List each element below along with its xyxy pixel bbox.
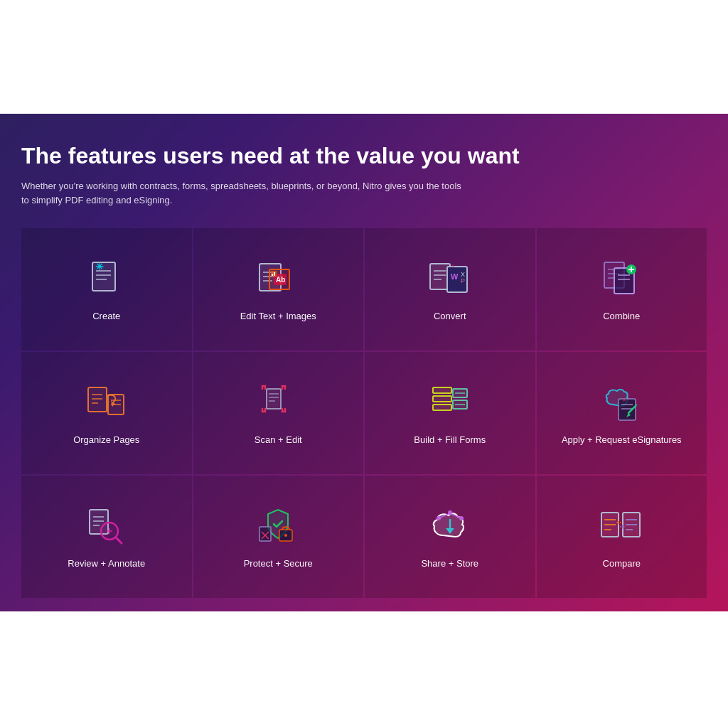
share-store-icon bbox=[427, 504, 473, 550]
cell-esignatures[interactable]: ✕ Apply + Request eSignatures bbox=[537, 352, 707, 474]
share-store-label: Share + Store bbox=[421, 558, 478, 570]
svg-point-75 bbox=[437, 516, 441, 520]
protect-secure-icon bbox=[255, 504, 301, 550]
cell-edit-text-images[interactable]: Ab Edit Text + Images bbox=[193, 228, 364, 350]
edit-text-images-label: Edit Text + Images bbox=[240, 311, 316, 323]
features-grid: ✳ Create Ab bbox=[21, 228, 707, 598]
organize-pages-label: Organize Pages bbox=[73, 434, 139, 446]
compare-label: Compare bbox=[603, 558, 641, 570]
protect-secure-label: Protect + Secure bbox=[244, 558, 313, 570]
esignatures-icon: ✕ bbox=[599, 380, 644, 426]
svg-rect-46 bbox=[433, 387, 451, 393]
organize-pages-icon bbox=[84, 380, 129, 426]
scan-edit-icon bbox=[255, 380, 301, 426]
cell-scan-edit[interactable]: Scan + Edit bbox=[193, 352, 364, 474]
cell-build-forms[interactable]: Build + Fill Forms bbox=[365, 352, 535, 474]
cell-protect-secure[interactable]: Protect + Secure bbox=[193, 476, 364, 598]
svg-rect-42 bbox=[267, 389, 281, 409]
svg-text:W: W bbox=[451, 272, 459, 281]
svg-text:P: P bbox=[461, 277, 465, 284]
svg-rect-14 bbox=[274, 272, 275, 276]
svg-rect-47 bbox=[433, 396, 451, 402]
esignatures-label: Apply + Request eSignatures bbox=[562, 434, 682, 446]
cell-combine[interactable]: Combine bbox=[537, 228, 707, 350]
combine-icon bbox=[599, 257, 644, 302]
top-white-space bbox=[0, 0, 728, 114]
scan-edit-label: Scan + Edit bbox=[255, 434, 302, 446]
create-icon: ✳ bbox=[84, 257, 129, 302]
build-forms-icon bbox=[427, 380, 473, 426]
svg-rect-70 bbox=[259, 527, 271, 541]
compare-icon bbox=[599, 504, 644, 550]
main-section: The features users need at the value you… bbox=[0, 114, 728, 611]
edit-text-images-icon: Ab bbox=[255, 257, 301, 302]
svg-point-69 bbox=[284, 534, 287, 537]
svg-rect-34 bbox=[88, 387, 107, 412]
cell-create[interactable]: ✳ Create bbox=[21, 228, 192, 350]
cell-convert[interactable]: W X P ✕ Convert bbox=[365, 228, 535, 350]
svg-line-65 bbox=[116, 537, 122, 543]
svg-text:✕: ✕ bbox=[622, 397, 626, 402]
svg-text:Ab: Ab bbox=[276, 276, 285, 284]
headline: The features users need at the value you… bbox=[21, 142, 707, 169]
svg-rect-13 bbox=[272, 274, 273, 276]
svg-text:✳: ✳ bbox=[95, 261, 104, 272]
review-annotate-icon bbox=[84, 504, 129, 550]
svg-text:✕: ✕ bbox=[450, 262, 456, 269]
cell-review-annotate[interactable]: Review + Annotate bbox=[21, 476, 192, 598]
review-annotate-label: Review + Annotate bbox=[68, 558, 145, 570]
cell-compare[interactable]: Compare bbox=[537, 476, 707, 598]
create-label: Create bbox=[92, 311, 120, 323]
convert-label: Convert bbox=[434, 311, 466, 323]
cell-organize-pages[interactable]: Organize Pages bbox=[21, 352, 192, 474]
combine-label: Combine bbox=[603, 311, 640, 323]
subtext: Whether you're working with contracts, f… bbox=[21, 179, 462, 207]
build-forms-label: Build + Fill Forms bbox=[414, 434, 486, 446]
bottom-white-space bbox=[0, 611, 728, 728]
cell-share-store[interactable]: Share + Store bbox=[365, 476, 535, 598]
convert-icon: W X P ✕ bbox=[427, 257, 473, 302]
svg-point-76 bbox=[459, 516, 464, 520]
svg-rect-48 bbox=[433, 405, 451, 410]
